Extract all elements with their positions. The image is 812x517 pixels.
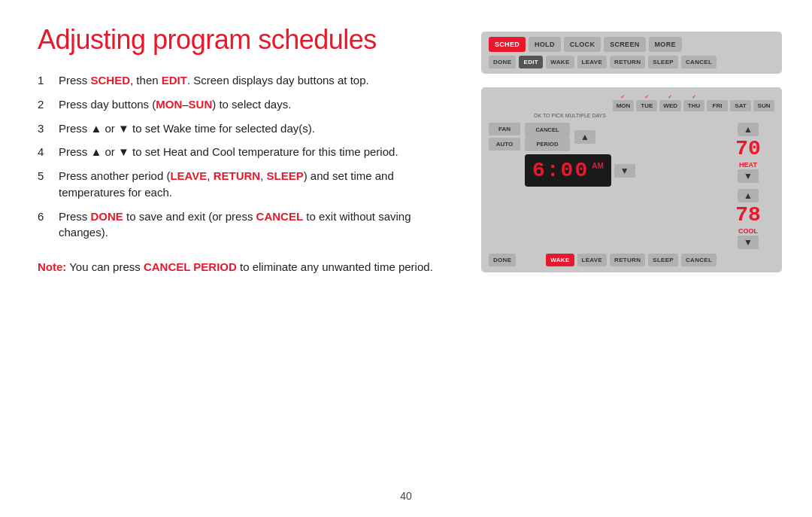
cancel-button-bottom[interactable]: CANCEL [681, 254, 717, 266]
day-mon[interactable]: ✓ MON [613, 93, 635, 111]
steps-list: 1 Press SCHED, then EDIT. Screen display… [38, 72, 459, 248]
return-button-bottom[interactable]: RETURN [610, 254, 645, 266]
step-3: 3 Press ▲ or ▼ to set Wake time for sele… [38, 120, 459, 137]
leave-button-top[interactable]: LEAVE [577, 56, 607, 68]
screen-button[interactable]: SCREEN [604, 37, 645, 52]
day-tue[interactable]: ✓ TUE [636, 93, 657, 111]
top-row1: SCHED HOLD CLOCK SCREEN MORE [489, 37, 774, 52]
day-sat[interactable]: ✓ SAT [730, 93, 751, 111]
time-display: 6:00 AM [525, 154, 611, 187]
top-row2: DONE EDIT WAKE LEAVE RETURN SLEEP CANCEL [489, 56, 774, 68]
step-4: 4 Press ▲ or ▼ to set Heat and Cool temp… [38, 144, 459, 160]
heat-down-arrow[interactable]: ▼ [738, 169, 759, 183]
page-title: Adjusting program schedules [38, 24, 459, 56]
top-panel: SCHED HOLD CLOCK SCREEN MORE DONE EDIT W… [481, 32, 782, 74]
heat-temp-display: 70 [735, 137, 761, 160]
cancel-period-button[interactable]: CANCEL [525, 123, 570, 137]
day-wed[interactable]: ✓ WED [659, 93, 681, 111]
step-1: 1 Press SCHED, then EDIT. Screen display… [38, 72, 459, 89]
heat-up-arrow[interactable]: ▲ [738, 123, 759, 136]
bottom-panel: ✓ MON ✓ TUE ✓ WED ✓ THU ✓ FRI [481, 87, 782, 272]
more-button[interactable]: MORE [649, 37, 682, 52]
wake-button-top[interactable]: WAKE [546, 56, 574, 68]
cancel-period-button-2[interactable]: PERIOD [525, 137, 570, 151]
sleep-button-bottom[interactable]: SLEEP [648, 254, 678, 266]
cool-down-arrow[interactable]: ▼ [738, 236, 759, 249]
sleep-button-top[interactable]: SLEEP [648, 56, 678, 68]
heat-label: HEAT [739, 161, 757, 169]
done-button-bottom[interactable]: DONE [489, 254, 516, 266]
leave-button-bottom[interactable]: LEAVE [577, 254, 607, 266]
step-5: 5 Press another period (LEAVE, RETURN, S… [38, 168, 459, 201]
ok-multiple-text: OK TO PICK MULTIPLE DAYS [489, 113, 774, 118]
done-button-top[interactable]: DONE [489, 56, 516, 68]
fan-button[interactable]: FAN [489, 123, 520, 135]
day-thu[interactable]: ✓ THU [683, 93, 704, 111]
cool-label: COOL [738, 227, 758, 235]
cancel-button-top[interactable]: CANCEL [681, 56, 717, 68]
note-section: Note: You can press CANCEL PERIOD to eli… [38, 259, 459, 275]
step-6: 6 Press DONE to save and exit (or press … [38, 208, 459, 242]
clock-button[interactable]: CLOCK [564, 37, 601, 52]
return-button-top[interactable]: RETURN [610, 56, 645, 68]
day-sun[interactable]: ✓ SUN [753, 93, 774, 111]
wake-button-bottom[interactable]: WAKE [546, 254, 574, 266]
step-2: 2 Press day buttons (MON–SUN) to select … [38, 96, 459, 113]
hold-button[interactable]: HOLD [529, 37, 561, 52]
cool-temp-display: 78 [735, 203, 761, 227]
time-down-arrow[interactable]: ▼ [614, 164, 635, 178]
day-fri[interactable]: ✓ FRI [707, 93, 728, 111]
edit-button[interactable]: EDIT [519, 56, 543, 68]
bottom-button-bar: DONE WAKE LEAVE RETURN SLEEP CANCEL [489, 254, 774, 266]
page-number: 40 [400, 490, 412, 502]
time-up-arrow[interactable]: ▲ [574, 130, 595, 144]
auto-button[interactable]: AUTO [489, 138, 520, 151]
sched-button[interactable]: SCHED [489, 37, 526, 52]
cool-up-arrow[interactable]: ▲ [738, 189, 759, 202]
